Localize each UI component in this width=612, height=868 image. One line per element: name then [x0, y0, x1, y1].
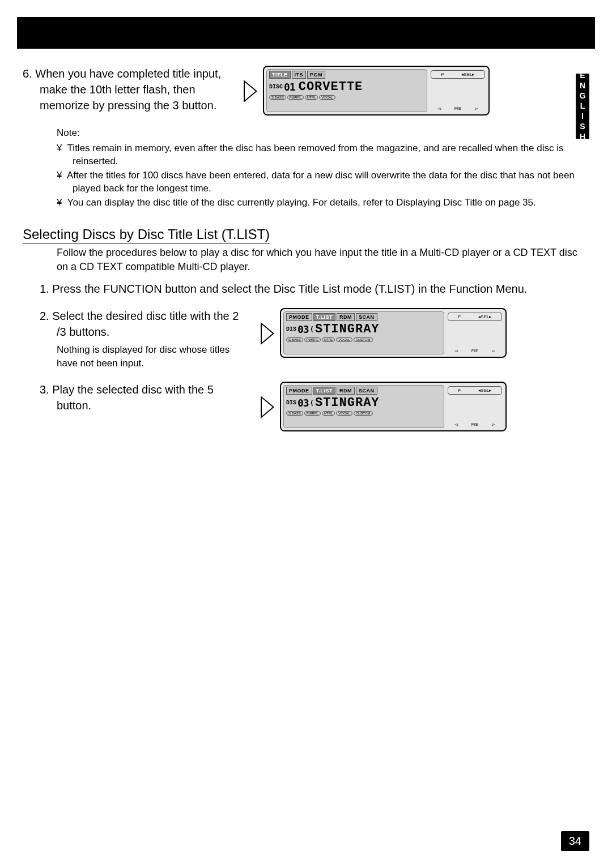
lcd-fie: FIE: [471, 348, 478, 353]
step-6-row: 6. When you have completed title input, …: [23, 66, 589, 116]
top-black-bar: [17, 17, 595, 49]
lcd-side-bot: ◅FIE▻: [431, 106, 485, 111]
lcd-side-top: F ◂SEL▸: [448, 386, 502, 395]
bracket-icon: ⟨: [310, 325, 314, 333]
lcd-side: F ◂SEL▸ ◅FIE▻: [447, 311, 503, 354]
lcd-disc-title: CORVETTE: [299, 80, 363, 94]
step-6-num: 6.: [23, 67, 32, 80]
step-2-display: PMODE T.LIST RDM SCAN DIS 03 ⟨ STINGRAY …: [261, 308, 507, 358]
step-1-text: Press the FUNCTION button and select the…: [52, 283, 527, 295]
step-3-text: 3. Play the selected disc with the 5 but…: [40, 382, 255, 413]
note-header: Note:: [57, 127, 589, 140]
lcd-disc-label: DIS: [286, 400, 296, 406]
step-1-num: 1.: [40, 283, 49, 295]
pointer-icon: [261, 396, 274, 418]
lcd-side-f: F: [441, 72, 444, 77]
lcd-bottom-btn: NTRL: [305, 95, 318, 100]
language-tab: ENGLISH: [576, 74, 589, 139]
lcd-tab: ITS: [292, 71, 307, 79]
lcd-panel-2: PMODE T.LIST RDM SCAN DIS 03 ⟨ STINGRAY …: [280, 308, 507, 358]
note-item: ¥ After the titles for 100 discs have be…: [57, 169, 589, 195]
lcd-bottom-btn: CUSTOM: [354, 337, 373, 342]
pointer-icon: [261, 322, 274, 345]
step-1: 1. Press the FUNCTION button and select …: [40, 281, 589, 297]
lcd-side-top: F ◂SEL▸: [448, 313, 502, 321]
lcd-fie: FIE: [454, 106, 461, 111]
pointer-icon: [244, 80, 257, 102]
lcd-sel: SEL: [481, 388, 489, 393]
step-3-body: Play the selected disc with the 5 button…: [52, 383, 214, 412]
lcd-main: PMODE T.LIST RDM SCAN DIS 03 ⟨ STINGRAY …: [283, 385, 444, 428]
step-2-num: 2.: [40, 310, 49, 322]
lcd-side-f: F: [458, 314, 461, 319]
lcd-side-bot: ◅FIE▻: [448, 348, 502, 353]
lcd-main: TITLE ITS PGM DISC 01 CORVETTE S.BASS PW…: [266, 69, 427, 112]
step-6-body: When you have completed title input, mak…: [35, 67, 221, 112]
lcd-disc-label: DIS: [286, 326, 296, 332]
lcd-disc-num: 01: [284, 81, 295, 93]
note-item: ¥ You can display the disc title of the …: [57, 196, 589, 209]
note-block: Note: ¥ Titles remain in memory, even af…: [57, 127, 589, 209]
page-number: 34: [561, 831, 589, 851]
lcd-disc-title: STINGRAY: [315, 322, 380, 336]
lcd-tab: PMODE: [286, 313, 312, 321]
step-2-text: 2. Select the desired disc title with th…: [40, 308, 255, 370]
section-heading: Selecting Discs by Disc Title List (T.LI…: [23, 226, 589, 242]
lcd-bottom-btn: NTRL: [322, 411, 335, 416]
lcd-fie: FIE: [471, 422, 478, 427]
lcd-tab: RDM: [337, 313, 355, 321]
lcd-disc-title: STINGRAY: [315, 396, 380, 410]
lcd-bottom-btn: S.BASS: [269, 95, 286, 100]
step-3-num: 3.: [40, 383, 49, 396]
lcd-disc-label: DISC: [269, 84, 283, 90]
lcd-side-f: F: [458, 388, 461, 393]
lcd-side-bot: ◅FIE▻: [448, 422, 502, 427]
lcd-bottom-btn: VOCAL: [336, 337, 352, 342]
lcd-side: F ◂SEL▸ ◅FIE▻: [447, 385, 503, 428]
lcd-side: F ◂SEL▸ ◅FIE▻: [430, 69, 486, 112]
lcd-bottom-btn: NTRL: [322, 337, 335, 342]
lcd-bottom-btn: CUSTOM: [354, 411, 373, 416]
lcd-tab: PMODE: [286, 387, 312, 395]
lcd-tab: SCAN: [356, 387, 377, 395]
lcd-bottom-btn: PWRFL: [304, 337, 321, 342]
lcd-panel-3: PMODE T.LIST RDM SCAN DIS 03 ⟨ STINGRAY …: [280, 382, 507, 431]
lcd-main: PMODE T.LIST RDM SCAN DIS 03 ⟨ STINGRAY …: [283, 311, 444, 354]
lcd-panel-1: TITLE ITS PGM DISC 01 CORVETTE S.BASS PW…: [263, 66, 490, 116]
step-6-text: 6. When you have completed title input, …: [23, 66, 238, 113]
lcd-bottom-btn: PWRFL: [287, 95, 304, 100]
lcd-bottom-btn: VOCAL: [319, 95, 335, 100]
lcd-sel: SEL: [464, 72, 472, 77]
step-3-display: PMODE T.LIST RDM SCAN DIS 03 ⟨ STINGRAY …: [261, 382, 507, 431]
lcd-bottom-btn: S.BASS: [286, 411, 303, 416]
lcd-tab: PGM: [307, 71, 325, 79]
step-2-body: Select the desired disc title with the 2…: [52, 310, 239, 338]
lcd-tab: T.LIST: [313, 313, 336, 321]
lcd-sel: SEL: [481, 314, 489, 319]
bracket-icon: ⟨: [310, 399, 314, 407]
step-2-row: 2. Select the desired disc title with th…: [40, 308, 589, 370]
lcd-bottom-btn: PWRFL: [304, 411, 321, 416]
lcd-disc-num: 03: [298, 323, 309, 335]
lcd-tab: TITLE: [269, 71, 291, 79]
lcd-bottom-btn: S.BASS: [286, 337, 303, 342]
step-3-row: 3. Play the selected disc with the 5 but…: [40, 382, 589, 431]
note-item: ¥ Titles remain in memory, even after th…: [57, 142, 589, 168]
step-6-display: TITLE ITS PGM DISC 01 CORVETTE S.BASS PW…: [244, 66, 490, 116]
lcd-disc-num: 03: [298, 397, 309, 409]
lcd-tab: SCAN: [356, 313, 377, 321]
section-intro: Follow the procedures below to play a di…: [57, 246, 589, 274]
step-2-sub: Nothing is displayed for disc whose titl…: [57, 343, 244, 370]
lcd-bottom-btn: VOCAL: [336, 411, 352, 416]
lcd-side-top: F ◂SEL▸: [431, 70, 485, 79]
lcd-tab: T.LIST: [313, 387, 336, 395]
lcd-tab: RDM: [337, 387, 355, 395]
